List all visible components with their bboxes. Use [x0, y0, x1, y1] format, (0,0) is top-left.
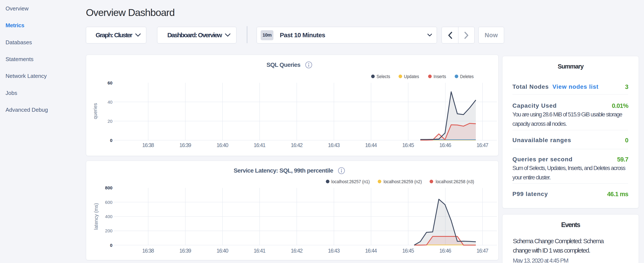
svg-text:16:40: 16:40: [216, 142, 228, 148]
svg-text:latency (ms): latency (ms): [93, 203, 99, 229]
svg-text:queries: queries: [92, 103, 98, 119]
svg-text:60: 60: [108, 80, 112, 85]
svg-text:16:41: 16:41: [254, 142, 266, 148]
svg-text:16:39: 16:39: [180, 248, 191, 254]
svg-text:16:47: 16:47: [476, 248, 488, 254]
svg-text:16:45: 16:45: [402, 248, 414, 254]
svg-text:16:44: 16:44: [365, 248, 377, 254]
svg-text:16:43: 16:43: [328, 142, 340, 148]
svg-text:200: 200: [105, 228, 112, 233]
svg-text:Deletes: Deletes: [460, 74, 474, 79]
svg-text:16:46: 16:46: [440, 142, 451, 148]
svg-text:Updates: Updates: [404, 74, 419, 79]
svg-text:16:47: 16:47: [476, 142, 488, 148]
svg-text:Inserts: Inserts: [434, 74, 446, 79]
svg-text:800: 800: [105, 185, 112, 190]
svg-text:Selects: Selects: [376, 74, 390, 79]
svg-text:16:44: 16:44: [365, 142, 377, 148]
svg-text:20: 20: [108, 119, 112, 124]
svg-text:0: 0: [110, 138, 112, 143]
svg-text:16:45: 16:45: [402, 142, 414, 148]
svg-text:16:40: 16:40: [216, 248, 228, 254]
svg-text:600: 600: [105, 200, 112, 205]
svg-text:16:42: 16:42: [291, 248, 303, 254]
svg-text:16:41: 16:41: [254, 248, 266, 254]
svg-text:localhost:26257 (n1): localhost:26257 (n1): [331, 179, 370, 184]
svg-text:16:38: 16:38: [142, 142, 154, 148]
svg-text:16:39: 16:39: [180, 142, 191, 148]
svg-text:400: 400: [105, 214, 112, 219]
svg-text:localhost:26258 (n3): localhost:26258 (n3): [436, 179, 474, 184]
svg-text:0: 0: [110, 243, 112, 248]
svg-text:40: 40: [108, 100, 112, 105]
svg-text:16:46: 16:46: [440, 248, 451, 254]
svg-text:16:42: 16:42: [291, 142, 303, 148]
svg-text:16:43: 16:43: [328, 248, 340, 254]
svg-text:16:38: 16:38: [142, 248, 154, 254]
svg-text:localhost:26259 (n2): localhost:26259 (n2): [384, 179, 422, 184]
